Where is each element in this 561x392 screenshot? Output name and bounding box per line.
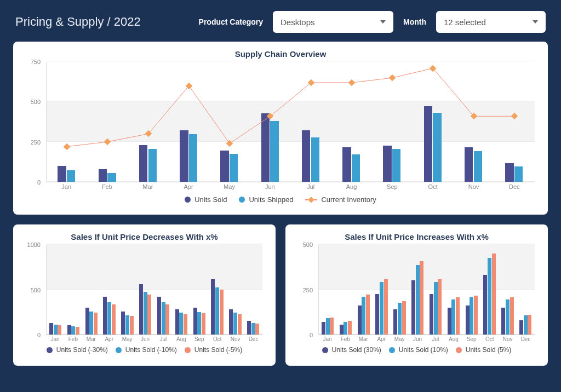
legend-item[interactable]: Units Sold (-5%): [185, 346, 242, 354]
legend-swatch: [322, 347, 328, 353]
legend-line-icon: [305, 199, 317, 200]
month-label: Month: [403, 18, 426, 26]
price-increase-chart[interactable]: 0250500JanFebMarAprMayJunJulAugSepOctNov…: [294, 245, 539, 335]
month-dropdown[interactable]: 12 selected: [436, 11, 546, 33]
top-bar: Pricing & Supply / 2022 Product Category…: [0, 0, 561, 42]
chart-title: Sales If Unit Price Decreases With x%: [22, 232, 267, 241]
chart-title: Sales If Unit Price Increases With x%: [294, 232, 539, 241]
supply-chain-legend: Units Sold Units Shipped Current Invento…: [22, 195, 539, 204]
chevron-down-icon: [533, 20, 538, 24]
page-title: Pricing & Supply / 2022: [15, 15, 141, 29]
legend-item[interactable]: Units Sold (5%): [456, 346, 511, 354]
legend-swatch: [239, 197, 245, 203]
supply-chain-card: Supply Chain Overview 0250500750JanFebMa…: [13, 42, 548, 215]
price-decrease-legend: Units Sold (-30%) Units Sold (-10%) Unit…: [22, 346, 267, 354]
category-label: Product Category: [199, 18, 263, 26]
chevron-down-icon: [380, 20, 386, 24]
legend-item[interactable]: Units Sold: [185, 195, 227, 204]
legend-swatch: [116, 347, 122, 353]
price-increase-legend: Units Sold (30%) Units Sold (10%) Units …: [294, 346, 539, 354]
supply-chain-chart[interactable]: 0250500750JanFebMarAprMayJunJulAugSepOct…: [22, 62, 539, 182]
chart-title: Supply Chain Overview: [22, 49, 539, 59]
price-decrease-card: Sales If Unit Price Decreases With x% 05…: [13, 224, 276, 366]
legend-swatch: [185, 197, 191, 203]
legend-swatch: [47, 347, 53, 353]
legend-swatch: [185, 347, 191, 353]
legend-item[interactable]: Current Inventory: [305, 195, 376, 204]
legend-swatch: [389, 347, 395, 353]
legend-item[interactable]: Units Sold (-10%): [116, 346, 177, 354]
category-value: Desktops: [280, 18, 315, 27]
month-value: 12 selected: [444, 18, 486, 27]
legend-item[interactable]: Units Sold (-30%): [47, 346, 108, 354]
category-dropdown[interactable]: Desktops: [273, 11, 393, 33]
legend-swatch: [456, 347, 462, 353]
legend-item[interactable]: Units Sold (30%): [322, 346, 381, 354]
price-increase-card: Sales If Unit Price Increases With x% 02…: [285, 224, 548, 366]
legend-item[interactable]: Units Shipped: [239, 195, 293, 204]
price-decrease-chart[interactable]: 05001000JanFebMarAprMayJunJulAugSepOctNo…: [22, 245, 267, 335]
legend-item[interactable]: Units Sold (10%): [389, 346, 448, 354]
